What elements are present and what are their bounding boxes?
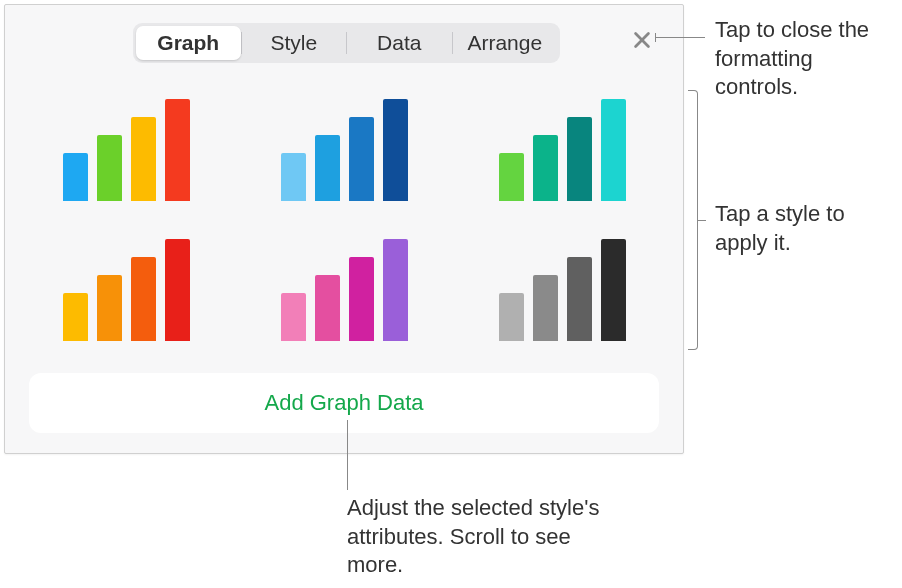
bar	[63, 293, 88, 341]
close-icon	[631, 29, 653, 55]
callout-close: Tap to close the formatting controls.	[715, 16, 890, 102]
chart-style-option[interactable]	[469, 83, 655, 223]
bar	[499, 153, 524, 201]
bar	[281, 293, 306, 341]
bar	[383, 99, 408, 201]
format-panel: Graph Style Data Arrange Add Graph Data	[4, 4, 684, 454]
chart-styles-grid	[33, 83, 655, 363]
add-graph-data-label: Add Graph Data	[265, 390, 424, 416]
bar	[63, 153, 88, 201]
tab-bar: Graph Style Data Arrange	[133, 23, 560, 63]
bar	[281, 153, 306, 201]
tab-label: Data	[377, 31, 421, 55]
bar	[567, 257, 592, 341]
callout-leader-line	[655, 37, 705, 38]
callout-leader-line	[347, 420, 348, 490]
chart-style-option[interactable]	[251, 83, 437, 223]
bar	[315, 135, 340, 201]
bar	[567, 117, 592, 201]
bar	[315, 275, 340, 341]
close-button[interactable]	[627, 27, 657, 57]
chart-style-option[interactable]	[33, 83, 219, 223]
callout-leader-line	[698, 220, 706, 221]
bar	[601, 239, 626, 341]
tab-arrange[interactable]: Arrange	[453, 26, 558, 60]
bar	[165, 99, 190, 201]
bar	[533, 135, 558, 201]
bar	[165, 239, 190, 341]
bar	[97, 135, 122, 201]
tab-graph[interactable]: Graph	[136, 26, 241, 60]
bar	[97, 275, 122, 341]
tab-label: Style	[270, 31, 317, 55]
chart-style-option[interactable]	[33, 223, 219, 363]
bar	[499, 293, 524, 341]
bar	[131, 257, 156, 341]
bar-chart-icon	[499, 99, 626, 201]
bar	[533, 275, 558, 341]
chart-style-option[interactable]	[251, 223, 437, 363]
bar-chart-icon	[63, 99, 190, 201]
tab-label: Arrange	[467, 31, 542, 55]
bar	[349, 117, 374, 201]
bar	[383, 239, 408, 341]
bar-chart-icon	[281, 99, 408, 201]
tab-label: Graph	[157, 31, 219, 55]
tab-style[interactable]: Style	[242, 26, 347, 60]
bar	[349, 257, 374, 341]
callout-apply: Tap a style to apply it.	[715, 200, 880, 257]
chart-style-option[interactable]	[469, 223, 655, 363]
bar	[131, 117, 156, 201]
add-graph-data-button[interactable]: Add Graph Data	[29, 373, 659, 433]
callout-bracket	[688, 90, 698, 350]
callout-leader-tick	[655, 33, 656, 42]
tab-data[interactable]: Data	[347, 26, 452, 60]
callout-adjust: Adjust the selected style's attributes. …	[347, 494, 607, 580]
bar-chart-icon	[63, 239, 190, 341]
bar-chart-icon	[281, 239, 408, 341]
bar-chart-icon	[499, 239, 626, 341]
bar	[601, 99, 626, 201]
